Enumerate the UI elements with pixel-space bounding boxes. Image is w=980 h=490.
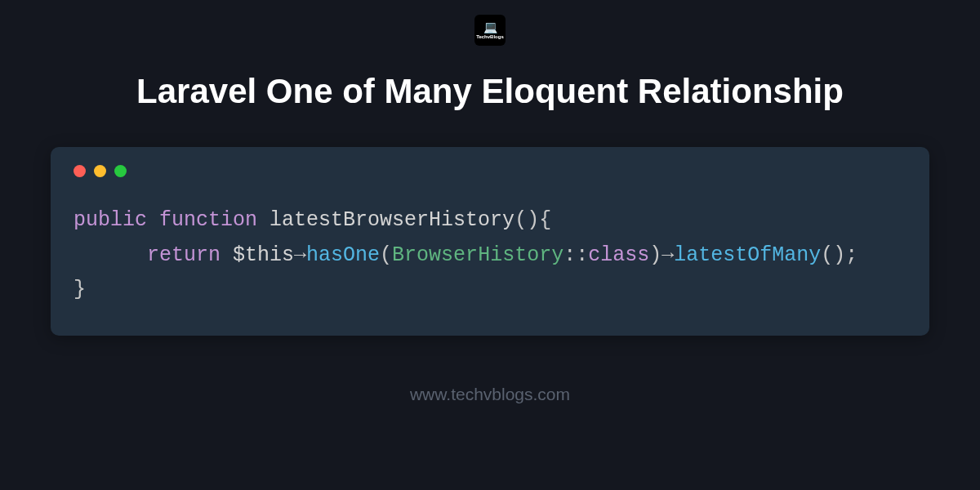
traffic-lights [74,165,906,177]
code-arrow: → [294,243,306,267]
code-punct: { [539,208,551,232]
code-block: public function latestBrowserHistory(){ … [74,203,906,308]
logo: 💻 TechvBlogs [474,15,506,46]
minimize-icon [94,165,106,177]
code-punct: ( [380,243,392,267]
page-title: Laravel One of Many Eloquent Relationshi… [136,72,844,111]
close-icon [74,165,86,177]
code-keyword: function [159,208,257,232]
code-arrow: → [662,243,674,267]
code-punct: ; [845,243,858,267]
code-class: BrowserHistory [392,243,564,267]
logo-text: TechvBlogs [476,34,504,39]
code-punct: } [74,278,86,301]
code-var: $this [233,243,294,267]
code-method: latestOfMany [674,243,821,267]
code-punct: :: [564,243,588,267]
code-punct: ( [821,243,833,267]
laptop-icon: 💻 [483,21,497,33]
maximize-icon [114,165,127,177]
code-indent [74,243,147,267]
code-keyword: public [74,208,147,232]
code-punct: ( [514,208,527,232]
code-keyword: return [147,243,220,267]
code-funcname: latestBrowserHistory [270,208,514,232]
code-method: hasOne [306,243,380,267]
code-window: public function latestBrowserHistory(){ … [51,147,929,336]
code-punct: ) [649,243,662,267]
code-punct: ) [527,208,539,232]
footer-url: www.techvblogs.com [410,385,570,404]
code-keyword: class [588,243,649,267]
code-punct: ) [833,243,845,267]
